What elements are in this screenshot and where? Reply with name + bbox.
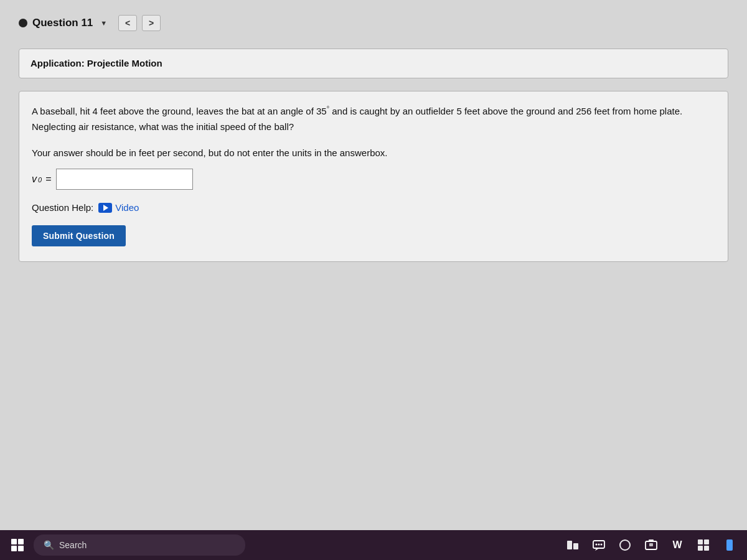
taskbar: 🔍 Search <box>0 530 747 560</box>
v0-label: v0 = <box>32 174 51 185</box>
answer-input[interactable] <box>56 169 193 190</box>
video-link[interactable]: Video <box>98 202 139 213</box>
svg-rect-7 <box>649 543 653 546</box>
main-content: Question 11 ▼ < > Application: Projectil… <box>0 0 747 532</box>
word-icon: W <box>672 539 682 551</box>
search-icon: 🔍 <box>44 540 54 550</box>
answer-instruction: Your answer should be in feet per second… <box>32 146 715 161</box>
cortana-button[interactable] <box>614 534 636 556</box>
svg-point-4 <box>601 544 603 546</box>
taskbar-search[interactable]: 🔍 Search <box>34 534 245 556</box>
video-label: Video <box>115 202 139 213</box>
video-icon <box>98 203 112 213</box>
snipping-icon <box>644 538 658 552</box>
grid-app-icon <box>698 539 709 551</box>
word-button[interactable]: W <box>666 534 688 556</box>
cortana-icon <box>619 539 631 551</box>
blue-app-icon <box>726 539 733 551</box>
chat-button[interactable] <box>588 534 610 556</box>
svg-point-3 <box>598 544 600 546</box>
grid-app-button[interactable] <box>692 534 715 556</box>
chat-icon <box>592 538 606 552</box>
submit-question-button[interactable]: Submit Question <box>32 225 126 246</box>
windows-logo-icon <box>11 539 24 551</box>
snipping-button[interactable] <box>640 534 662 556</box>
task-view-button[interactable] <box>561 534 584 556</box>
question-help-label: Question Help: <box>32 202 93 213</box>
taskbar-icons: W <box>561 534 741 556</box>
blue-app-button[interactable] <box>718 534 741 556</box>
section-box: Application: Projectile Motion <box>19 49 728 78</box>
answer-row: v0 = <box>32 169 715 190</box>
start-button[interactable] <box>6 534 29 556</box>
question-dot <box>19 19 27 27</box>
question-body: A baseball, hit 4 feet above the ground,… <box>19 91 728 262</box>
task-view-icon <box>567 541 578 549</box>
question-help-row: Question Help: Video <box>32 202 715 213</box>
section-title: Application: Projectile Motion <box>31 58 162 68</box>
prev-question-button[interactable]: < <box>118 15 137 31</box>
svg-rect-6 <box>649 539 654 542</box>
question-title: Question 11 <box>32 17 93 29</box>
question-dropdown-arrow[interactable]: ▼ <box>100 19 107 27</box>
search-bar-text: Search <box>59 540 87 550</box>
next-question-button[interactable]: > <box>142 15 161 31</box>
svg-point-2 <box>596 544 598 546</box>
question-header: Question 11 ▼ < > <box>19 12 728 34</box>
question-text: A baseball, hit 4 feet above the ground,… <box>32 104 715 135</box>
